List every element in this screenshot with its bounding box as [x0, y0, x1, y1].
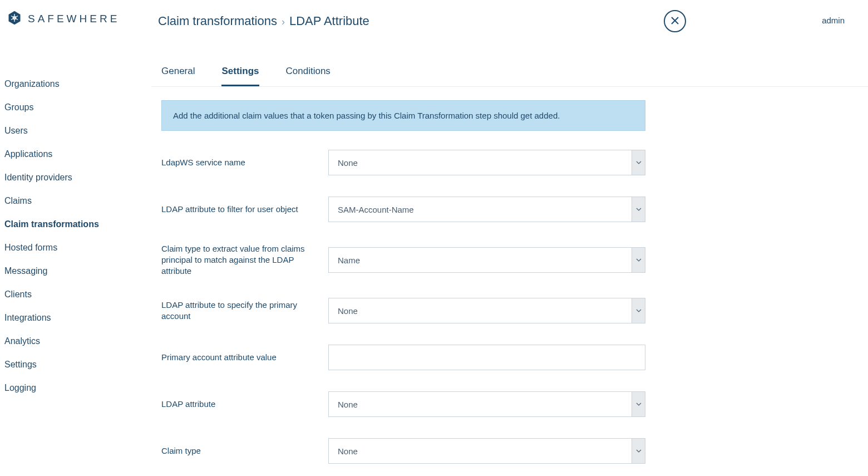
chevron-down-icon [632, 298, 645, 323]
sidebar-item-identity-providers[interactable]: Identity providers [4, 166, 151, 189]
sidebar: Organizations Groups Users Applications … [0, 32, 151, 476]
tabs: General Settings Conditions [161, 66, 858, 87]
tab-conditions[interactable]: Conditions [286, 66, 331, 86]
main-content: General Settings Conditions Add the addi… [151, 32, 868, 476]
sidebar-item-messaging[interactable]: Messaging [4, 259, 151, 283]
logo-icon [7, 10, 22, 27]
sidebar-item-users[interactable]: Users [4, 119, 151, 143]
label-ldap-attribute: LDAP attribute [161, 399, 312, 410]
select-value: None [329, 150, 632, 175]
tab-settings[interactable]: Settings [221, 66, 259, 86]
sidebar-item-integrations[interactable]: Integrations [4, 306, 151, 330]
sidebar-item-claims[interactable]: Claims [4, 189, 151, 213]
close-button[interactable] [664, 10, 686, 32]
sidebar-item-analytics[interactable]: Analytics [4, 330, 151, 353]
label-claim-type: Claim type [161, 445, 312, 457]
chevron-down-icon [632, 197, 645, 222]
select-ldap-primary-attr[interactable]: None [328, 298, 645, 323]
input-primary-account-value[interactable] [328, 345, 645, 370]
sidebar-item-settings[interactable]: Settings [4, 353, 151, 376]
tab-general[interactable]: General [161, 66, 195, 86]
select-claim-type[interactable]: None [328, 438, 645, 464]
chevron-down-icon [632, 439, 645, 463]
label-ldap-filter-attr: LDAP attribute to filter for user object [161, 204, 312, 215]
sidebar-item-organizations[interactable]: Organizations [4, 72, 151, 96]
select-value: Name [329, 248, 632, 272]
select-value: SAM-Account-Name [329, 197, 632, 222]
select-claim-type-match[interactable]: Name [328, 247, 645, 273]
label-ldap-primary-attr: LDAP attribute to specify the primary ac… [161, 300, 312, 322]
chevron-down-icon [632, 150, 645, 175]
label-primary-account-value: Primary account attribute value [161, 352, 312, 363]
brand-logo[interactable]: SAFEWHERE [7, 10, 158, 27]
select-ldapws-service-name[interactable]: None [328, 150, 645, 175]
chevron-down-icon [632, 392, 645, 416]
breadcrumb-current: LDAP Attribute [289, 14, 369, 28]
chevron-right-icon: › [282, 16, 285, 28]
close-icon [670, 16, 679, 27]
current-user[interactable]: admin [822, 16, 845, 25]
select-ldap-attribute[interactable]: None [328, 391, 645, 417]
label-claim-type-match: Claim type to extract value from claims … [161, 243, 312, 277]
breadcrumb-parent[interactable]: Claim transformations [158, 14, 277, 28]
sidebar-item-applications[interactable]: Applications [4, 143, 151, 166]
info-banner: Add the additional claim values that a t… [161, 100, 645, 131]
sidebar-item-groups[interactable]: Groups [4, 96, 151, 119]
select-ldap-filter-attr[interactable]: SAM-Account-Name [328, 197, 645, 222]
select-value: None [329, 392, 632, 416]
sidebar-item-logging[interactable]: Logging [4, 376, 151, 400]
label-ldapws-service-name: LdapWS service name [161, 157, 312, 168]
select-value: None [329, 439, 632, 463]
sidebar-item-claim-transformations[interactable]: Claim transformations [4, 213, 151, 236]
breadcrumb: Claim transformations › LDAP Attribute [158, 14, 369, 28]
sidebar-item-hosted-forms[interactable]: Hosted forms [4, 236, 151, 259]
brand-name: SAFEWHERE [28, 13, 120, 25]
select-value: None [329, 298, 632, 323]
sidebar-item-clients[interactable]: Clients [4, 283, 151, 306]
chevron-down-icon [632, 248, 645, 272]
